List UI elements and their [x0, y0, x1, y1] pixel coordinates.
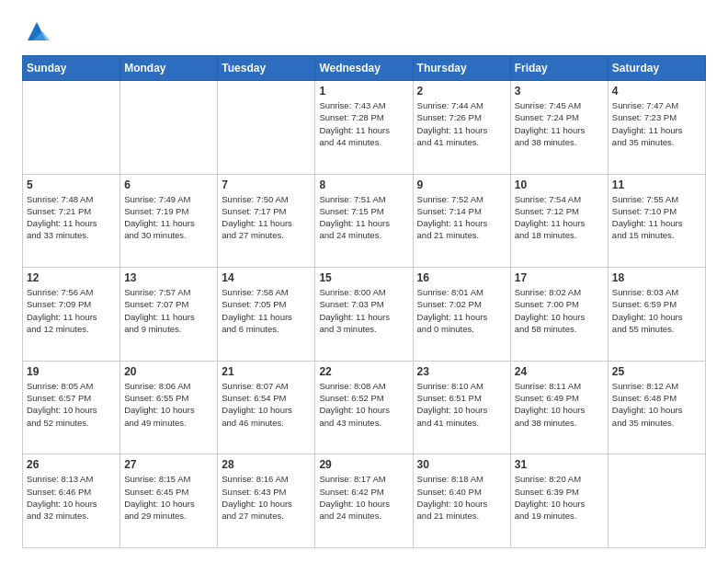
calendar-day-cell: 12Sunrise: 7:56 AM Sunset: 7:09 PM Dayli…	[23, 268, 120, 362]
day-number: 29	[319, 458, 408, 471]
day-number: 21	[222, 365, 311, 378]
calendar-day-cell: 13Sunrise: 7:57 AM Sunset: 7:07 PM Dayli…	[120, 268, 218, 362]
day-info: Sunrise: 8:05 AM Sunset: 6:57 PM Dayligh…	[27, 380, 116, 429]
weekday-header: Tuesday	[218, 56, 315, 81]
day-info: Sunrise: 7:55 AM Sunset: 7:10 PM Dayligh…	[612, 193, 701, 242]
day-info: Sunrise: 8:18 AM Sunset: 6:40 PM Dayligh…	[417, 473, 506, 522]
day-info: Sunrise: 8:11 AM Sunset: 6:49 PM Dayligh…	[515, 380, 604, 429]
day-info: Sunrise: 7:58 AM Sunset: 7:05 PM Dayligh…	[222, 286, 311, 335]
day-number: 31	[515, 458, 604, 471]
calendar-day-cell: 21Sunrise: 8:07 AM Sunset: 6:54 PM Dayli…	[218, 361, 315, 454]
calendar-day-cell: 5Sunrise: 7:48 AM Sunset: 7:21 PM Daylig…	[23, 174, 120, 268]
calendar-day-cell: 14Sunrise: 7:58 AM Sunset: 7:05 PM Dayli…	[218, 268, 315, 362]
day-number: 16	[417, 271, 506, 284]
calendar: SundayMondayTuesdayWednesdayThursdayFrid…	[22, 55, 706, 548]
day-number: 23	[417, 365, 506, 378]
weekday-header: Friday	[510, 56, 608, 81]
day-info: Sunrise: 7:54 AM Sunset: 7:12 PM Dayligh…	[515, 193, 604, 242]
day-number: 6	[124, 178, 213, 191]
calendar-day-cell: 23Sunrise: 8:10 AM Sunset: 6:51 PM Dayli…	[413, 361, 510, 454]
calendar-day-cell: 24Sunrise: 8:11 AM Sunset: 6:49 PM Dayli…	[510, 361, 608, 454]
day-info: Sunrise: 8:10 AM Sunset: 6:51 PM Dayligh…	[417, 380, 506, 429]
calendar-day-cell: 29Sunrise: 8:17 AM Sunset: 6:42 PM Dayli…	[315, 454, 413, 548]
calendar-day-cell: 28Sunrise: 8:16 AM Sunset: 6:43 PM Dayli…	[218, 454, 315, 548]
day-info: Sunrise: 8:20 AM Sunset: 6:39 PM Dayligh…	[515, 473, 604, 522]
calendar-day-cell	[23, 81, 120, 175]
calendar-day-cell: 15Sunrise: 8:00 AM Sunset: 7:03 PM Dayli…	[315, 268, 413, 362]
day-info: Sunrise: 8:03 AM Sunset: 6:59 PM Dayligh…	[612, 286, 701, 335]
calendar-day-cell: 9Sunrise: 7:52 AM Sunset: 7:14 PM Daylig…	[413, 174, 510, 268]
logo	[22, 18, 50, 44]
calendar-day-cell: 18Sunrise: 8:03 AM Sunset: 6:59 PM Dayli…	[608, 268, 705, 362]
calendar-week-row: 26Sunrise: 8:13 AM Sunset: 6:46 PM Dayli…	[23, 454, 706, 548]
day-number: 13	[124, 271, 213, 284]
day-number: 4	[612, 85, 701, 98]
day-info: Sunrise: 7:44 AM Sunset: 7:26 PM Dayligh…	[417, 99, 506, 148]
calendar-day-cell: 3Sunrise: 7:45 AM Sunset: 7:24 PM Daylig…	[510, 81, 608, 175]
calendar-week-row: 5Sunrise: 7:48 AM Sunset: 7:21 PM Daylig…	[23, 174, 706, 268]
day-info: Sunrise: 8:01 AM Sunset: 7:02 PM Dayligh…	[417, 286, 506, 335]
day-number: 11	[612, 178, 701, 191]
calendar-day-cell	[120, 81, 218, 175]
calendar-day-cell: 27Sunrise: 8:15 AM Sunset: 6:45 PM Dayli…	[120, 454, 218, 548]
day-info: Sunrise: 7:47 AM Sunset: 7:23 PM Dayligh…	[612, 99, 701, 148]
day-info: Sunrise: 7:50 AM Sunset: 7:17 PM Dayligh…	[222, 193, 311, 242]
day-number: 24	[515, 365, 604, 378]
day-number: 22	[319, 365, 408, 378]
calendar-day-cell: 17Sunrise: 8:02 AM Sunset: 7:00 PM Dayli…	[510, 268, 608, 362]
calendar-day-cell: 30Sunrise: 8:18 AM Sunset: 6:40 PM Dayli…	[413, 454, 510, 548]
calendar-day-cell	[218, 81, 315, 175]
calendar-day-cell: 1Sunrise: 7:43 AM Sunset: 7:28 PM Daylig…	[315, 81, 413, 175]
calendar-day-cell: 25Sunrise: 8:12 AM Sunset: 6:48 PM Dayli…	[608, 361, 705, 454]
weekday-header: Saturday	[608, 56, 705, 81]
day-number: 28	[222, 458, 311, 471]
calendar-day-cell	[608, 454, 705, 548]
day-number: 15	[319, 271, 408, 284]
day-info: Sunrise: 7:56 AM Sunset: 7:09 PM Dayligh…	[27, 286, 116, 335]
day-info: Sunrise: 8:15 AM Sunset: 6:45 PM Dayligh…	[124, 473, 213, 522]
day-number: 1	[319, 85, 408, 98]
calendar-day-cell: 2Sunrise: 7:44 AM Sunset: 7:26 PM Daylig…	[413, 81, 510, 175]
day-info: Sunrise: 8:08 AM Sunset: 6:52 PM Dayligh…	[319, 380, 408, 429]
day-number: 18	[612, 271, 701, 284]
day-info: Sunrise: 8:02 AM Sunset: 7:00 PM Dayligh…	[515, 286, 604, 335]
weekday-header: Sunday	[23, 56, 120, 81]
day-number: 27	[124, 458, 213, 471]
weekday-header: Wednesday	[315, 56, 413, 81]
weekday-header: Thursday	[413, 56, 510, 81]
header	[22, 18, 706, 44]
day-info: Sunrise: 8:07 AM Sunset: 6:54 PM Dayligh…	[222, 380, 311, 429]
day-number: 8	[319, 178, 408, 191]
day-number: 3	[515, 85, 604, 98]
day-number: 12	[27, 271, 116, 284]
calendar-day-cell: 22Sunrise: 8:08 AM Sunset: 6:52 PM Dayli…	[315, 361, 413, 454]
day-number: 26	[27, 458, 116, 471]
day-info: Sunrise: 8:12 AM Sunset: 6:48 PM Dayligh…	[612, 380, 701, 429]
day-info: Sunrise: 7:49 AM Sunset: 7:19 PM Dayligh…	[124, 193, 213, 242]
day-number: 14	[222, 271, 311, 284]
day-number: 25	[612, 365, 701, 378]
day-info: Sunrise: 8:13 AM Sunset: 6:46 PM Dayligh…	[27, 473, 116, 522]
day-number: 5	[27, 178, 116, 191]
day-number: 10	[515, 178, 604, 191]
page: SundayMondayTuesdayWednesdayThursdayFrid…	[0, 0, 728, 563]
day-number: 19	[27, 365, 116, 378]
day-info: Sunrise: 8:06 AM Sunset: 6:55 PM Dayligh…	[124, 380, 213, 429]
calendar-week-row: 12Sunrise: 7:56 AM Sunset: 7:09 PM Dayli…	[23, 268, 706, 362]
calendar-day-cell: 7Sunrise: 7:50 AM Sunset: 7:17 PM Daylig…	[218, 174, 315, 268]
day-number: 30	[417, 458, 506, 471]
calendar-day-cell: 8Sunrise: 7:51 AM Sunset: 7:15 PM Daylig…	[315, 174, 413, 268]
logo-icon	[24, 18, 50, 44]
day-number: 17	[515, 271, 604, 284]
day-info: Sunrise: 8:00 AM Sunset: 7:03 PM Dayligh…	[319, 286, 408, 335]
day-number: 7	[222, 178, 311, 191]
calendar-day-cell: 11Sunrise: 7:55 AM Sunset: 7:10 PM Dayli…	[608, 174, 705, 268]
calendar-day-cell: 16Sunrise: 8:01 AM Sunset: 7:02 PM Dayli…	[413, 268, 510, 362]
day-info: Sunrise: 7:43 AM Sunset: 7:28 PM Dayligh…	[319, 99, 408, 148]
day-info: Sunrise: 7:48 AM Sunset: 7:21 PM Dayligh…	[27, 193, 116, 242]
calendar-week-row: 19Sunrise: 8:05 AM Sunset: 6:57 PM Dayli…	[23, 361, 706, 454]
weekday-header: Monday	[120, 56, 218, 81]
calendar-day-cell: 4Sunrise: 7:47 AM Sunset: 7:23 PM Daylig…	[608, 81, 705, 175]
day-info: Sunrise: 7:57 AM Sunset: 7:07 PM Dayligh…	[124, 286, 213, 335]
day-number: 2	[417, 85, 506, 98]
